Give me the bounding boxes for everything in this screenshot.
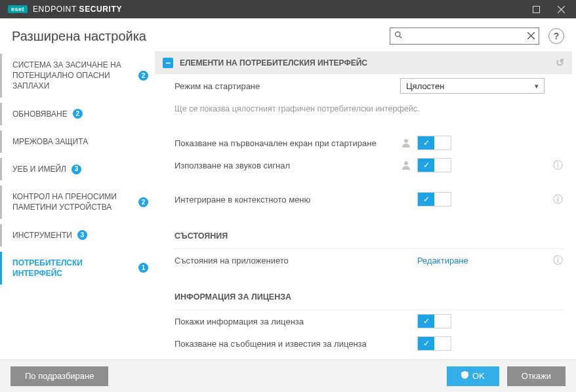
search-icon	[394, 31, 403, 41]
clear-icon[interactable]	[527, 31, 535, 41]
svg-point-7	[404, 139, 408, 143]
sidebar-item-ui[interactable]: ПОТРЕБИТЕЛСКИ ИНТЕРФЕЙС 1	[0, 252, 155, 284]
search-box[interactable]	[390, 28, 539, 45]
row-license-notif: Показване на съобщения и известия за лиц…	[155, 332, 572, 355]
sidebar-item-label: ИНСТРУМЕНТИ	[12, 230, 72, 241]
count-badge: 1	[138, 263, 148, 273]
startup-mode-select[interactable]: Цялостен ▾	[400, 78, 545, 94]
user-icon	[400, 137, 412, 149]
sidebar-item-label: ОБНОВЯВАНЕ	[12, 109, 68, 119]
undo-icon[interactable]: ↺	[556, 56, 564, 69]
sidebar-item-device-control[interactable]: КОНТРОЛ НА ПРЕНОСИМИ ПАМЕТИНИ УСТРОЙСТВА…	[0, 186, 155, 218]
info-icon[interactable]: ⓘ	[551, 254, 564, 267]
sidebar-item-label: МРЕЖОВА ЗАЩИТА	[12, 136, 88, 147]
row-label: Използване на звуков сигнал	[175, 161, 394, 170]
product-name-bold: SECURITY	[79, 5, 122, 14]
help-button[interactable]: ?	[548, 28, 564, 44]
bottom-bar: По подразбиране OK Откажи	[0, 359, 576, 392]
check-icon: ✓	[418, 337, 434, 350]
row-label: Интегриране в контекстното меню	[175, 195, 394, 205]
svg-point-8	[404, 161, 408, 165]
count-badge: 3	[77, 230, 87, 240]
count-badge: 2	[73, 109, 83, 119]
check-icon: ✓	[418, 315, 434, 328]
row-context-menu: Интегриране в контекстното меню ✓ ⓘ	[155, 188, 572, 210]
svg-point-3	[396, 32, 400, 37]
search-input[interactable]	[407, 31, 524, 41]
check-icon: ✓	[418, 136, 434, 149]
show-license-toggle[interactable]: ✓	[417, 314, 451, 328]
sidebar-item-detection[interactable]: СИСТЕМА ЗА ЗАСИЧАНЕ НА ПОТЕНЦИАЛНО ОПАСН…	[0, 54, 155, 98]
sidebar-item-update[interactable]: ОБНОВЯВАНЕ 2	[0, 103, 155, 125]
shield-icon	[461, 371, 468, 381]
defaults-button[interactable]: По подразбиране	[10, 366, 108, 386]
cancel-button[interactable]: Откажи	[507, 366, 566, 386]
titlebar: eset ENDPOINT SECURITY	[0, 0, 576, 18]
sidebar-item-network[interactable]: МРЕЖОВА ЗАЩИТА	[0, 130, 155, 153]
window-maximize-button[interactable]	[526, 0, 546, 18]
product-name: ENDPOINT SECURITY	[33, 5, 122, 14]
sidebar-item-tools[interactable]: ИНСТРУМЕНТИ 3	[0, 224, 155, 246]
close-icon	[558, 6, 565, 13]
check-icon: ✓	[418, 159, 434, 172]
window-close-button[interactable]	[551, 0, 571, 18]
square-icon	[533, 6, 540, 13]
row-label: Режим на стартиране	[175, 81, 394, 91]
context-toggle[interactable]: ✓	[417, 192, 451, 206]
row-label: Показване на съобщения и известия за лиц…	[175, 339, 394, 349]
content-panel: − ЕЛЕМЕНТИ НА ПОТРЕБИТЕЛСКИЯ ИНТЕРФЕЙС ↺…	[155, 51, 576, 359]
chevron-down-icon: ▾	[535, 82, 539, 90]
topbar: Разширена настройка ?	[0, 18, 576, 51]
collapse-icon[interactable]: −	[163, 58, 173, 68]
row-splash: Показване на първоначален екран при стар…	[155, 132, 572, 154]
row-label: Показване на първоначален екран при стар…	[175, 138, 394, 148]
sub-header-statuses: СЪСТОЯНИЯ	[155, 222, 572, 246]
info-icon[interactable]: ⓘ	[551, 193, 564, 206]
row-app-statuses: Състояния на приложението Редактиране ⓘ	[155, 249, 572, 271]
sidebar-item-label: УЕБ И ИМЕЙЛ	[12, 164, 66, 174]
row-show-license: Покажи информация за лиценза ✓	[155, 310, 572, 332]
sidebar-item-web-email[interactable]: УЕБ И ИМЕЙЛ 3	[0, 158, 155, 180]
sound-toggle[interactable]: ✓	[417, 158, 451, 172]
brand-badge: eset	[8, 5, 28, 13]
sidebar-item-label: ПОТРЕБИТЕЛСКИ ИНТЕРФЕЙС	[12, 258, 133, 279]
splash-toggle[interactable]: ✓	[417, 136, 451, 150]
sidebar-item-label: СИСТЕМА ЗА ЗАСИЧАНЕ НА ПОТЕНЦИАЛНО ОПАСН…	[12, 60, 133, 92]
row-sound: Използване на звуков сигнал ✓ ⓘ	[155, 154, 572, 176]
svg-rect-0	[533, 6, 539, 12]
sidebar-item-label: КОНТРОЛ НА ПРЕНОСИМИ ПАМЕТИНИ УСТРОЙСТВА	[12, 191, 133, 212]
svg-line-4	[400, 36, 401, 38]
row-startup-mode: Режим на стартиране Цялостен ▾	[155, 74, 572, 98]
count-badge: 3	[72, 165, 81, 174]
row-startup-desc: Ще се показва цялостният графичен потреб…	[155, 98, 572, 120]
page-title: Разширена настройка	[12, 29, 381, 44]
row-label: Покажи информация за лиценза	[175, 317, 394, 326]
ok-button[interactable]: OK	[447, 366, 499, 386]
product-name-light: ENDPOINT	[33, 5, 77, 14]
sub-header-license: ИНФОРМАЦИЯ ЗА ЛИЦЕНЗА	[155, 283, 572, 307]
count-badge: 2	[138, 197, 148, 207]
license-notif-toggle[interactable]: ✓	[417, 336, 451, 351]
edit-link[interactable]: Редактиране	[417, 256, 468, 265]
user-icon	[400, 159, 412, 171]
ok-button-label: OK	[472, 371, 485, 381]
section-title: ЕЛЕМЕНТИ НА ПОТРЕБИТЕЛСКИЯ ИНТЕРФЕЙС	[180, 58, 367, 68]
info-icon[interactable]: ⓘ	[551, 159, 564, 172]
row-description: Ще се показва цялостният графичен потреб…	[175, 104, 419, 113]
count-badge: 2	[138, 71, 148, 81]
row-label: Състояния на приложението	[175, 256, 394, 265]
select-value: Цялостен	[406, 81, 444, 91]
check-icon: ✓	[418, 193, 434, 206]
sidebar: СИСТЕМА ЗА ЗАСИЧАНЕ НА ПОТЕНЦИАЛНО ОПАСН…	[0, 51, 155, 359]
section-header-ui-elements[interactable]: − ЕЛЕМЕНТИ НА ПОТРЕБИТЕЛСКИЯ ИНТЕРФЕЙС ↺	[155, 51, 572, 74]
